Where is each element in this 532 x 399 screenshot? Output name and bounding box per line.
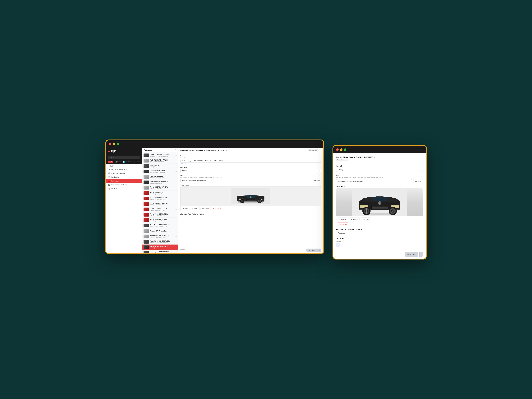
vehicle-thumbnail [144, 181, 149, 184]
right-edit-button[interactable]: ✏ Edit det... [361, 217, 372, 221]
vehicle-thumbnail [144, 159, 149, 163]
more-options-icon[interactable]: ⋮ [319, 149, 321, 152]
sidebar-item-impressionen[interactable]: 🎬 Impressionen (Videos) [106, 183, 142, 187]
minimize-button-right[interactable] [340, 148, 342, 151]
trash-icon: 🗑 [213, 208, 214, 209]
right-select-button[interactable]: 🔍 Select... [348, 217, 360, 221]
list-item[interactable]: Ferrari 488 PISTA PILOTI... Ferrari | Sp… [142, 190, 178, 196]
nav-media[interactable]: 🖼 Media [115, 161, 121, 163]
close-button[interactable] [109, 143, 111, 145]
name-sublabel: Deutsch [180, 157, 321, 159]
svg-point-11 [241, 200, 243, 202]
remove-button[interactable]: 🗑 Remove [212, 207, 221, 210]
nav-dashboard[interactable]: 📊 Dashboard [123, 161, 132, 163]
item-edit-icon[interactable]: ✏ [176, 236, 177, 237]
publish-icon: 🚀 [407, 253, 409, 255]
sidebar-item-inhaltsseiten[interactable]: 📋 Inhaltsseiten [106, 175, 142, 179]
list-item[interactable]: Ferrari GREY 812 GTS CA... Ferrari | Cab… [142, 185, 178, 190]
list-item[interactable]: Aston Martin DB9 GT JAMES... Aston Marti… [142, 239, 178, 245]
vehicle-meta: Ferrari | Sportwagen/Coupé [150, 193, 174, 195]
item-edit-icon[interactable]: ✏ [176, 192, 177, 194]
item-edit-icon[interactable]: ✏ [176, 155, 177, 156]
vehicle-name: BMW 635 CSI [150, 165, 177, 166]
list-item-bentley[interactable]: Bentley Flying Spur *KEYVAN... Bentley |… [142, 245, 178, 250]
list-item[interactable]: Aston Martin DBX707 EXT. &... Porsche | … [142, 223, 178, 228]
sidebar-item-einstellungen[interactable]: ⚙ Allgemeine Einstellungen [106, 167, 142, 171]
vehicle-thumbnail [144, 197, 149, 200]
list-item[interactable]: Ferrari F8 SPIDER CARBO... Ferrari | Cab… [142, 212, 178, 217]
trash-icon: 🗑 [339, 223, 341, 225]
vehicle-name: LAMBORGHINI IRL 392 COUPE... [150, 154, 174, 155]
item-edit-icon[interactable]: ✏ [176, 171, 177, 172]
item-edit-icon[interactable]: ✏ [176, 209, 177, 210]
close-button-right[interactable] [336, 148, 339, 151]
vehicle-meta: Audi | Sportwagen/Coupé [150, 161, 177, 162]
edit-details-button[interactable]: ✏ Edit details [201, 207, 211, 210]
list-item[interactable]: Ferrari Roma JBL 20"MAT... Ferrari | Spo… [142, 217, 178, 223]
main-form-panel: Bentley Flying Spur *KEYVANY* THE FIRST … [178, 148, 323, 253]
vehicle-thumbnail [144, 229, 149, 233]
slug-label: Slug [180, 175, 321, 176]
pages-icon: 📋 [108, 176, 110, 178]
item-edit-icon[interactable]: ✏ [176, 187, 177, 189]
slug-input[interactable] [180, 179, 312, 182]
right-window-title: Bentley Flying Spur *KEYVANY* THE FIRST … [336, 156, 375, 158]
list-item[interactable]: Ferrari F8 Tributo LIFT CA... Ferrari | … [142, 207, 178, 212]
list-item[interactable]: Ferrari ROMA JBL CAM'S... Ferrari | Cabr… [142, 201, 178, 207]
list-item[interactable]: Lamborghini URUS TOP CAR... Bentley | Li… [142, 250, 178, 253]
name-input[interactable] [180, 159, 321, 163]
right-publish-dropdown[interactable]: ▾ [419, 252, 423, 257]
list-item[interactable]: Ferrari SF90 SPIDER LIFT... Ferrari | Ca… [142, 196, 178, 201]
list-item[interactable]: Aston Martin DB7 Vantage *P... Porsche |… [142, 234, 178, 239]
right-remove-wrapper: 🗑 Remove [336, 222, 423, 227]
search-input[interactable] [108, 156, 140, 159]
right-cover-actions: ⬆ Upload 🔍 Select... ✏ Edit det... [336, 216, 423, 222]
vehicle-thumbnail [144, 191, 149, 195]
right-publish-button[interactable]: 🚀 Publish [405, 252, 418, 257]
minimize-button[interactable] [113, 143, 115, 145]
right-slug-input[interactable] [336, 179, 412, 183]
vehicle-meta: Aston Martin | sportwagen/coupé [150, 242, 177, 243]
right-alt-text-input[interactable] [336, 231, 423, 235]
gallery-add-button[interactable]: + [336, 243, 340, 247]
list-item[interactable]: BMW 635 CSI BMW | Cabriolet/Roadster [142, 164, 178, 169]
list-item[interactable]: AUDI URQUATTRO TURBO Audi | Sportwagen/C… [142, 158, 178, 164]
select-button[interactable]: 🔍 Select... [191, 207, 200, 210]
hersteller-select[interactable]: Bentley [180, 169, 321, 172]
publish-dropdown-arrow[interactable]: ▾ [318, 248, 321, 252]
right-remove-button[interactable]: 🗑 Remove [338, 222, 348, 226]
right-more-options-icon[interactable]: ⋮ [421, 156, 423, 158]
vehicle-info: Ferrari F8 SPIDER CARBO... Ferrari | Cab… [150, 213, 177, 216]
maximize-button[interactable] [117, 143, 119, 145]
nav-vision[interactable]: 👁 Vision [134, 161, 140, 163]
nav-desk[interactable]: Desk [108, 161, 113, 163]
right-hersteller-select[interactable]: Bentley [336, 168, 423, 172]
list-item[interactable]: BMW 640d CABRIO BMW | Cabriolet/Roadster [142, 174, 178, 180]
generate-button[interactable]: Generate [313, 179, 321, 182]
publish-button[interactable]: 🚀 Publish [306, 248, 318, 252]
right-car-image-svg: B [336, 188, 423, 216]
edit-icon[interactable]: ✏ [172, 149, 174, 151]
vehicle-info: Bentley Flying Spur *KEYVAN... Bentley |… [150, 246, 177, 249]
version-badge: Current version [308, 149, 318, 151]
right-upload-button[interactable]: ⬆ Upload [338, 217, 348, 221]
translations-toggle[interactable]: ▸ Übersetzungen [180, 163, 321, 165]
upload-button[interactable]: ⬆ Upload [182, 207, 190, 210]
list-item[interactable]: Maybach 5560Matic ABSOLU... Maybach | Li… [142, 180, 178, 185]
right-title-block: Bentley Flying Spur *KEYVANY* THE FIRST … [336, 156, 375, 161]
list-item[interactable]: LAMBORGHINI IRL 392 COUPE... Lamborghini… [142, 153, 178, 158]
more-icon[interactable]: ⋮ [175, 149, 176, 151]
right-header: Bentley Flying Spur *KEYVANY* THE FIRST … [336, 156, 423, 163]
list-item[interactable]: Porsche GT3 Touring Paket [142, 228, 178, 234]
vehicle-meta: Ferrari | Cabriolet/Roadster [150, 215, 177, 216]
vehicle-name: Aston Martin DB7 Vantage *P... [150, 235, 174, 236]
sidebar-item-fahrzeuge[interactable]: 🚗 Fahrzeuge [106, 179, 142, 183]
sidebar-item-mediatag[interactable]: 🔖 Media Tag [106, 187, 142, 191]
right-generate-button[interactable]: Generate [413, 179, 423, 183]
right-alt-label: Alternativer Text (für Screenreader) [336, 228, 423, 230]
maximize-button-right[interactable] [344, 148, 346, 151]
upload-icon: ⬆ [183, 208, 184, 209]
sidebar-item-unternehmen[interactable]: 🏢 Unternehmensprofil [106, 171, 142, 175]
vehicle-meta: Ferrari | Cabriolet/Roadster [150, 199, 177, 200]
list-item[interactable]: MERCEDES 500 E AMG Mercedes-Benz | Limou… [142, 169, 178, 174]
